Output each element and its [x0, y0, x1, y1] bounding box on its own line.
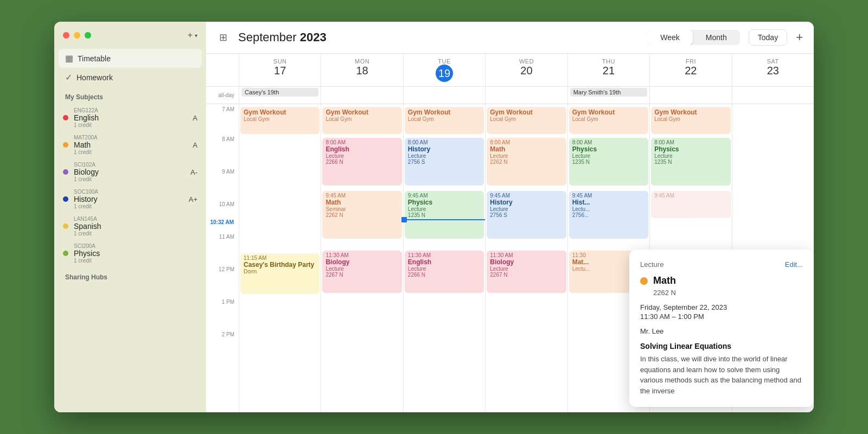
event-time: 8:00 AM	[490, 139, 563, 145]
subject-info: SCI200A Physics 1 credit	[74, 243, 197, 264]
event-history-wed[interactable]: 9:45 AM History Lecture2756 S	[487, 191, 566, 239]
month-view-button[interactable]: Month	[693, 30, 740, 45]
subject-name: History	[74, 195, 189, 203]
sidebar-item-timetable[interactable]: ▦ Timetable	[59, 49, 202, 68]
popup-edit-button[interactable]: Edit...	[785, 260, 803, 269]
today-button[interactable]: Today	[749, 29, 787, 46]
event-sub: Lecture2756 S	[408, 153, 481, 165]
subject-dot	[63, 115, 68, 120]
subject-dot	[63, 224, 68, 229]
event-title: Biology	[326, 258, 398, 266]
day-col-sun: Gym Workout Local Gym 11:15 AM Casey's B…	[239, 104, 321, 412]
subject-grade: A-	[190, 168, 197, 176]
event-gymworkout-fri[interactable]: Gym Workout Local Gym	[651, 107, 730, 134]
week-view-button[interactable]: Week	[647, 30, 693, 45]
allday-event-mary19th[interactable]: Mary Smith's 19th	[570, 88, 647, 97]
event-title: Math	[490, 145, 563, 153]
subject-item-physics[interactable]: SCI200A Physics 1 credit	[54, 240, 206, 267]
time-column: 7 AM 8 AM 9 AM 10 AM 11 AM 12 PM 1 PM 2 …	[206, 104, 239, 412]
event-gymworkout-wed[interactable]: Gym Workout Local Gym	[487, 107, 566, 134]
close-button[interactable]	[63, 32, 69, 39]
sidebar: + ▾ ▦ Timetable ✓ Homework My Subjects E…	[54, 22, 206, 412]
sharing-hubs-label: Sharing Hubs	[54, 267, 206, 284]
event-caseys-bday[interactable]: 11:15 AM Casey's Birthday Party Dorm	[240, 253, 320, 294]
event-sub: Local Gym	[326, 116, 398, 122]
event-biology-wed[interactable]: 11:30 AM Biology Lecture2267 N	[487, 251, 566, 293]
event-gymworkout-mon[interactable]: Gym Workout Local Gym	[322, 107, 401, 134]
minimize-button[interactable]	[74, 32, 80, 39]
current-time-dot	[401, 217, 407, 222]
my-subjects-label: My Subjects	[54, 87, 206, 104]
subject-dot	[63, 169, 68, 175]
event-sub: Local Gym	[654, 116, 727, 122]
subject-item-math[interactable]: MAT200A Math 1 credit A	[54, 131, 206, 158]
subject-item-english[interactable]: ENG122A English 1 credit A	[54, 104, 206, 131]
popup-desc: In this class, we will dive into the wor…	[640, 354, 803, 396]
allday-label: all-day	[206, 87, 239, 104]
event-sub: Lectu...2756...	[572, 206, 645, 218]
event-history-tue[interactable]: 8:00 AM History Lecture2756 S	[405, 138, 484, 186]
subject-code: SCI200A	[74, 243, 197, 249]
event-sub: Lecture2267 N	[326, 266, 398, 278]
event-time: 9:45 AM	[654, 193, 727, 199]
event-title: Physics	[654, 145, 727, 153]
subject-grade: A+	[189, 195, 197, 203]
event-sub: Lecture1235 N	[408, 206, 481, 218]
day-col-wed: Gym Workout Local Gym 8:00 AM Math Lectu…	[485, 104, 567, 412]
plus-icon: +	[188, 30, 193, 40]
event-english-mon[interactable]: 8:00 AM English Lecture2266 N	[322, 138, 401, 186]
subject-info: MAT200A Math 1 credit	[74, 135, 193, 155]
subject-code: ENG122A	[74, 107, 193, 113]
subjects-list: ENG122A English 1 credit A MAT200A Math …	[54, 104, 206, 267]
event-english-tue[interactable]: 11:30 AM English Lecture2266 N	[405, 251, 484, 293]
event-physics-thu[interactable]: 8:00 AM Physics Lecture1235 N	[569, 138, 648, 186]
event-sub: Seminar2262 N	[326, 206, 398, 218]
view-toggle: Week Month	[647, 30, 739, 45]
event-gymworkout-thu[interactable]: Gym Workout Local Gym	[569, 107, 648, 134]
event-title: Casey's Birthday Party	[244, 261, 316, 269]
header-add-button[interactable]: +	[796, 30, 803, 44]
event-physics-fri[interactable]: 8:00 AM Physics Lecture1235 N	[651, 138, 730, 186]
event-physics-tue[interactable]: 9:45 AM Physics Lecture1235 N	[405, 191, 484, 239]
sidebar-toggle-button[interactable]: ⊞	[217, 29, 229, 46]
subject-item-biology[interactable]: SCI102A Biology 1 credit A-	[54, 158, 206, 186]
event-sub: Local Gym	[244, 116, 316, 122]
subject-code: MAT200A	[74, 135, 193, 141]
subject-code: LAN145A	[74, 216, 197, 222]
main-calendar: ⊞ September 2023 Week Month Today + SUN1…	[206, 22, 814, 412]
event-title: Biology	[490, 258, 563, 266]
subject-info: SCI102A Biology 1 credit	[74, 162, 190, 182]
subject-code: SOC100A	[74, 189, 189, 195]
time-8am: 8 AM	[206, 134, 239, 167]
window-controls	[63, 32, 91, 39]
event-biology-mon[interactable]: 11:30 AM Biology Lecture2267 N	[322, 251, 401, 293]
event-gymworkout-sun[interactable]: Gym Workout Local Gym	[240, 107, 320, 134]
subject-dot	[63, 196, 68, 202]
event-math-mon[interactable]: 9:45 AM Math Seminar2262 N	[322, 191, 401, 239]
time-12pm: 12 PM	[206, 264, 239, 297]
allday-thu: Mary Smith's 19th	[567, 87, 649, 104]
subject-name: Biology	[74, 168, 190, 176]
popup-time: 11:30 AM – 1:00 PM	[640, 312, 803, 321]
popup-header: Lecture Edit...	[640, 260, 803, 269]
event-945am-fri[interactable]: 9:45 AM	[651, 191, 730, 218]
subject-item-spanish[interactable]: LAN145A Spanish 1 credit	[54, 213, 206, 240]
subject-credit: 1 credit	[74, 176, 190, 182]
event-time: 9:45 AM	[326, 193, 398, 199]
event-history-thu[interactable]: 9:45 AM Hist... Lectu...2756...	[569, 191, 648, 239]
event-math-wed[interactable]: 8:00 AM Math Lecture2262 N	[487, 138, 566, 186]
event-sub: Lecture1235 N	[572, 153, 645, 165]
event-title: Gym Workout	[326, 108, 398, 116]
sidebar-add-button[interactable]: + ▾	[188, 30, 197, 40]
event-title: Physics	[572, 145, 645, 153]
day-header-wed: WED20	[485, 54, 567, 86]
event-title: Math	[326, 199, 398, 206]
allday-event-caseys19th[interactable]: Casey's 19th	[241, 88, 318, 97]
subject-item-history[interactable]: SOC100A History 1 credit A+	[54, 186, 206, 213]
subject-credit: 1 credit	[74, 122, 193, 128]
event-gymworkout-tue[interactable]: Gym Workout Local Gym	[405, 107, 484, 134]
sidebar-item-homework[interactable]: ✓ Homework	[59, 68, 202, 87]
maximize-button[interactable]	[85, 32, 91, 39]
event-title: Gym Workout	[408, 108, 481, 116]
subject-credit: 1 credit	[74, 231, 197, 237]
